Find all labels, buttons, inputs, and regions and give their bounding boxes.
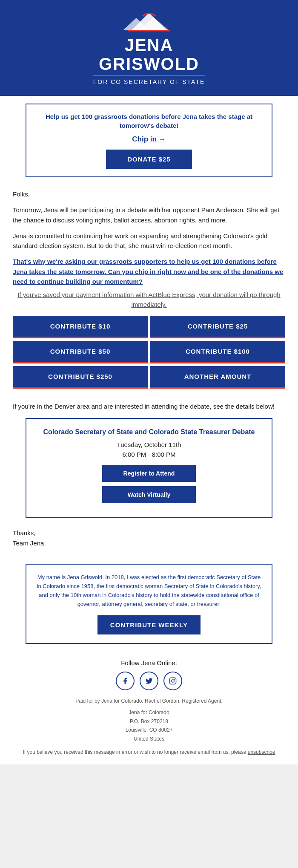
mountains-icon [106,9,192,32]
paragraph2: Jena is committed to continuing her work… [13,231,285,251]
address-line2: P.O. Box 270218 [13,717,285,726]
logo-container: JENA GRISWOLD FOR CO SECRETARY OF STATE [93,9,205,85]
top-cta-box: Help us get 100 grassroots donations bef… [26,104,272,177]
follow-label: Follow Jena Online: [13,659,285,666]
contribute-btn-10[interactable]: CONTRIBUTE $10 [13,316,148,338]
logo-name-line2: GRISWOLD [93,55,205,73]
address-line4: United States [13,735,285,743]
social-icons-group [13,672,285,690]
closing-section: Thanks, Team Jena [0,525,298,557]
bio-box: My name is Jena Griswold. In 2018, I was… [26,564,272,644]
contribute-btn-100[interactable]: CONTRIBUTE $100 [150,341,285,363]
debate-box: Colorado Secretary of State and Colorado… [26,418,272,518]
unsubscribe-prefix: If you believe you received this message… [23,749,248,755]
donate-button[interactable]: DONATE $25 [106,150,192,169]
paid-by: Paid for by Jena for Colorado. Rachel Go… [13,698,285,704]
body-section: Folks, Tomorrow, Jena will be participat… [0,185,298,310]
paragraph1: Tomorrow, Jena will be participating in … [13,205,285,225]
greeting: Folks, [13,189,285,199]
unsubscribe-link[interactable]: unsubscribe [248,749,275,755]
unsubscribe-text: If you believe you received this message… [13,748,285,756]
contribute-btn-25[interactable]: CONTRIBUTE $25 [150,316,285,338]
denver-section: If you're in the Denver area and are int… [0,397,298,411]
actblue-note: If you've saved your payment information… [13,290,285,310]
bio-text: My name is Jena Griswold. In 2018, I was… [35,573,263,608]
closing-thanks: Thanks, [13,528,285,538]
email-wrapper: JENA GRISWOLD FOR CO SECRETARY OF STATE … [0,0,298,764]
instagram-icon[interactable] [163,672,182,690]
actblue-link[interactable]: If you've saved your payment information… [17,291,280,308]
contribute-weekly-button[interactable]: CONTRIBUTE WEEKLY [97,615,201,634]
svg-point-6 [174,679,175,680]
logo-tagline: FOR CO SECRETARY OF STATE [93,75,205,85]
debate-title: Colorado Secretary of State and Colorado… [35,427,263,437]
svg-rect-4 [170,678,176,684]
denver-text: If you're in the Denver area and are int… [13,401,285,411]
top-cta-text: Help us get 100 grassroots donations bef… [35,112,263,130]
watch-virtually-button[interactable]: Watch Virtually [102,486,196,503]
cta-link[interactable]: That's why we're asking our grassroots s… [13,258,283,285]
twitter-icon[interactable] [140,672,158,690]
closing-team: Team Jena [13,538,285,548]
debate-time: 6:00 PM - 8:00 PM [35,451,263,458]
footer-section: Follow Jena Online: [0,652,298,764]
contribute-btn-250[interactable]: CONTRIBUTE $250 [13,366,148,389]
address-line3: Louisville, CO 80027 [13,726,285,734]
address-block: Jena for Colorado P.O. Box 270218 Louisv… [13,708,285,743]
cta-paragraph: That's why we're asking our grassroots s… [13,257,285,286]
chip-in-link[interactable]: Chip in → [35,135,263,144]
logo-name-line1: JENA [93,36,205,55]
svg-point-5 [172,680,174,682]
contribute-grid: CONTRIBUTE $10 CONTRIBUTE $25 CONTRIBUTE… [13,316,285,389]
contribute-btn-other[interactable]: ANOTHER AMOUNT [150,366,285,389]
address-line1: Jena for Colorado [13,708,285,717]
debate-date: Tuesday, October 11th [35,441,263,448]
facebook-icon[interactable] [116,672,135,690]
contribute-btn-50[interactable]: CONTRIBUTE $50 [13,341,148,363]
header-section: JENA GRISWOLD FOR CO SECRETARY OF STATE [0,0,298,96]
register-attend-button[interactable]: Register to Attend [102,465,196,482]
